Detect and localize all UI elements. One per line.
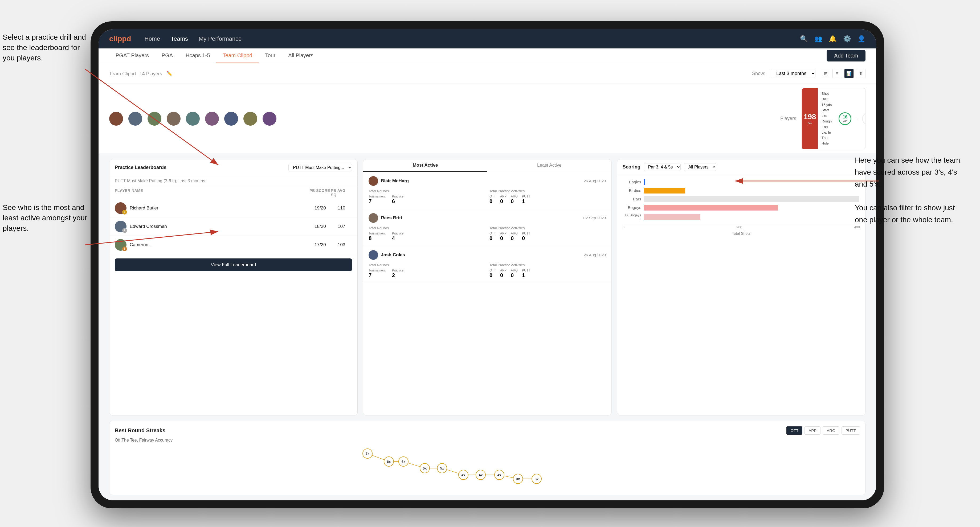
chart-row-eagles: Eagles 3 — [623, 179, 860, 185]
pars-label: Pars — [623, 197, 641, 201]
subnav-pga[interactable]: PGA — [155, 48, 179, 63]
grid-view-icon[interactable]: ⊞ — [821, 69, 830, 78]
content-grid: Practice Leaderboards PUTT Must Make Put… — [99, 154, 876, 421]
streaks-header: Best Round Streaks OTT APP ARG PUTT — [115, 426, 860, 435]
activity-player-header-2: Rees Britt 02 Sep 2023 — [369, 213, 606, 223]
show-label: Show: — [752, 71, 765, 76]
dbogeys-bar — [644, 214, 701, 220]
tab-most-active[interactable]: Most Active — [363, 159, 487, 171]
activity-date-3: 26 Aug 2023 — [584, 252, 606, 257]
rank-badge-1: 1 — [122, 210, 127, 214]
nav-links: Home Teams My Performance — [144, 35, 787, 42]
nav-performance[interactable]: My Performance — [199, 35, 242, 42]
streaks-title: Best Round Streaks — [115, 427, 165, 433]
player-name-1: Richard Butler — [130, 205, 158, 211]
putt-filter-button[interactable]: PUTT — [842, 426, 860, 435]
activity-card: Most Active Least Active Blair McHarg 26… — [363, 159, 611, 416]
leaderboard-title: Practice Leaderboards — [115, 165, 167, 170]
streaks-svg: 7x 6x 6x 5x 5x 4x 4x 4x — [115, 447, 860, 484]
players-filter-dropdown[interactable]: All Players — [684, 163, 716, 171]
player-score-2: 18/20 — [309, 224, 331, 229]
activity-player-3: Josh Coles 26 Aug 2023 Total Rounds Tour… — [363, 246, 611, 283]
player-avatar-6[interactable] — [205, 112, 219, 125]
player-avatar-1[interactable] — [109, 112, 123, 125]
player-thumb-1: 1 — [115, 202, 126, 214]
player-avatar-5[interactable] — [186, 112, 200, 125]
shot-info-card: 198 SC Shot Dist: 16 yds Start Lie: Roug… — [802, 88, 865, 149]
table-row: 2 Edward Crossman 18/20 107 — [110, 217, 357, 236]
activity-date-2: 02 Sep 2023 — [584, 216, 606, 220]
ipad-frame: clippd Home Teams My Performance 🔍 👥 🔔 ⚙… — [91, 21, 884, 508]
player-avatar-8[interactable] — [243, 112, 257, 125]
show-dropdown[interactable]: Last 3 months — [771, 69, 815, 78]
scoring-card: Scoring Par 3, 4 & 5s All Players Eagles — [617, 159, 865, 416]
activity-player-info-2: Rees Britt — [369, 213, 402, 223]
arg-filter-button[interactable]: ARG — [822, 426, 839, 435]
streaks-chart: 7x 6x 6x 5x 5x 4x 4x 4x — [115, 447, 860, 489]
shot-number: 198 SC — [802, 88, 818, 149]
chart-row-dbogeys: D. Bogeys + 131 — [623, 213, 860, 221]
svg-text:4x: 4x — [479, 473, 483, 477]
team-title: Team Clippd 14 Players — [109, 71, 162, 77]
bogeys-bar — [644, 205, 778, 211]
player-avatar-7[interactable] — [224, 112, 238, 125]
settings-icon[interactable]: ⚙️ — [843, 35, 851, 43]
drill-dropdown[interactable]: PUTT Must Make Putting... — [288, 163, 352, 171]
subnav-tour[interactable]: Tour — [259, 48, 282, 63]
activity-stats-3: Total Rounds Tournament7 Practice2 Total… — [369, 263, 606, 278]
activity-player-info-3: Josh Coles — [369, 250, 405, 260]
players-row: Players — [109, 112, 796, 125]
chart-view-icon[interactable]: 📊 — [844, 69, 854, 78]
player-avatar-3[interactable] — [148, 112, 161, 125]
svg-text:4x: 4x — [461, 473, 466, 477]
par-filter-dropdown[interactable]: Par 3, 4 & 5s — [644, 163, 681, 171]
activity-name-3: Josh Coles — [381, 252, 405, 258]
chart-row-birdies: Birdies 96 — [623, 187, 860, 194]
chart-x-axis: 0 200 400 — [623, 224, 860, 230]
tab-least-active[interactable]: Least Active — [487, 159, 611, 171]
pars-bar — [644, 196, 860, 202]
rank-badge-2: 2 — [122, 228, 127, 233]
app-filter-button[interactable]: APP — [805, 426, 821, 435]
add-team-button[interactable]: Add Team — [827, 50, 865, 62]
leaderboard-table-header: PLAYER NAME PB SCORE PB AVG SQ — [110, 186, 357, 199]
player-avatar-9[interactable] — [262, 112, 277, 125]
bell-icon[interactable]: 🔔 — [829, 35, 837, 43]
shot-arrow-icon: → — [854, 115, 860, 122]
nav-home[interactable]: Home — [144, 35, 160, 42]
activity-thumb-1 — [369, 176, 378, 186]
search-icon[interactable]: 🔍 — [800, 35, 808, 43]
main-content: Team Clippd 14 Players ✏️ Show: Last 3 m… — [99, 63, 876, 500]
user-avatar[interactable]: 👤 — [858, 35, 865, 43]
activity-thumb-3 — [369, 250, 378, 260]
player-name-2: Edward Crossman — [130, 224, 167, 229]
filter-view-icon[interactable]: ⬆ — [856, 69, 865, 78]
birdies-bar-container: 96 — [644, 187, 860, 194]
leaderboard-header: Practice Leaderboards PUTT Must Make Put… — [110, 159, 357, 176]
subnav-hcaps[interactable]: Hcaps 1-5 — [179, 48, 216, 63]
list-view-icon[interactable]: ≡ — [832, 69, 842, 78]
ott-filter-button[interactable]: OTT — [786, 426, 802, 435]
subnav-pgat[interactable]: PGAT Players — [109, 48, 155, 63]
view-full-leaderboard-button[interactable]: View Full Leaderboard — [115, 259, 352, 271]
sub-nav-right: Add Team — [827, 50, 865, 62]
edit-icon[interactable]: ✏️ — [167, 71, 172, 76]
player-info-1: 1 Richard Butler — [115, 202, 309, 214]
nav-teams[interactable]: Teams — [171, 35, 188, 42]
player-info-2: 2 Edward Crossman — [115, 221, 309, 232]
subnav-team-clippd[interactable]: Team Clippd — [216, 48, 259, 63]
activity-name-2: Rees Britt — [381, 215, 402, 221]
ipad-screen: clippd Home Teams My Performance 🔍 👥 🔔 ⚙… — [99, 29, 876, 500]
bogeys-bar-container: 311 — [644, 205, 860, 211]
activity-name-1: Blair McHarg — [381, 178, 409, 184]
people-icon[interactable]: 👥 — [815, 35, 822, 43]
player-score-3: 17/20 — [309, 242, 331, 248]
player-avatar-4[interactable] — [167, 112, 181, 125]
svg-text:6x: 6x — [387, 460, 391, 464]
dbogeys-bar-container: 131 — [644, 214, 860, 220]
player-avatar-2[interactable] — [128, 112, 142, 125]
activity-stats-1: Total Rounds Tournament7 Practice6 Total… — [369, 189, 606, 205]
team-header: Team Clippd 14 Players ✏️ Show: Last 3 m… — [99, 63, 876, 84]
total-rounds-label-1: Total Rounds — [369, 189, 485, 193]
subnav-all-players[interactable]: All Players — [282, 48, 320, 63]
